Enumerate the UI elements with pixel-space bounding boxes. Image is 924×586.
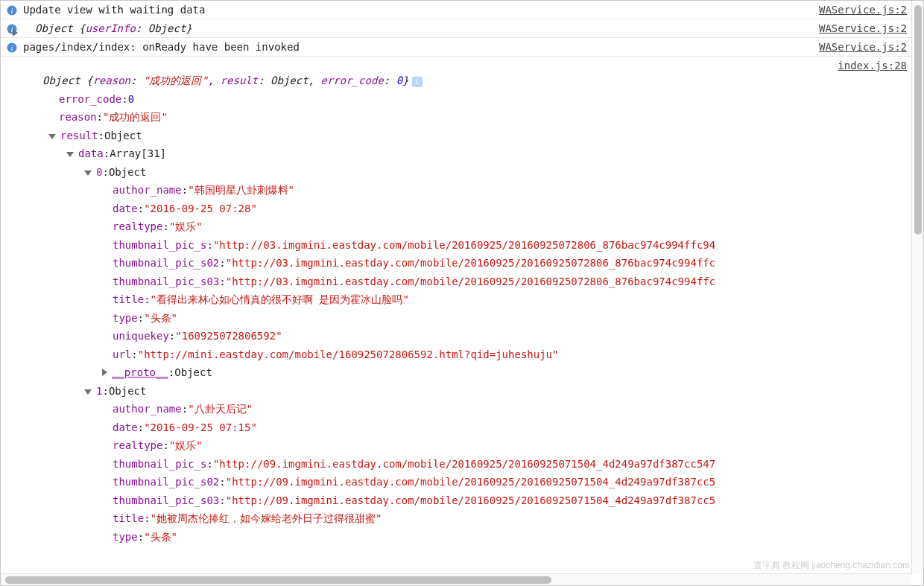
info-badge-icon[interactable]: i: [412, 77, 423, 87]
caret-down-icon[interactable]: [84, 389, 92, 395]
console-log-message: Update view with waiting data: [23, 4, 819, 16]
property-value: "娱乐": [169, 436, 203, 455]
property-value: "http://09.imgmini.eastday.com/mobile/20…: [226, 491, 715, 510]
property-key: thumbnail_pic_s02: [113, 254, 219, 273]
property-value: "娱乐": [169, 217, 203, 236]
property-value: "头条": [144, 528, 177, 547]
object-tree-property[interactable]: author_name: "八卦天后记": [41, 400, 919, 418]
property-value: 0: [128, 90, 134, 109]
console-log-source[interactable]: index.js:28: [838, 60, 919, 71]
object-tree-property[interactable]: title: "看得出来林心如心情真的很不好啊 是因为霍冰山脸吗": [41, 290, 919, 309]
object-tree-property[interactable]: date: "2016-09-25 07:28": [41, 200, 919, 218]
property-key: date: [113, 418, 138, 437]
property-key: title: [113, 290, 144, 309]
property-value: "http://03.imgmini.eastday.com/mobile/20…: [226, 254, 715, 273]
property-key: data: [78, 144, 104, 163]
caret-down-icon[interactable]: [48, 134, 56, 139]
property-key: thumbnail_pic_s03: [113, 273, 219, 291]
object-tree-property[interactable]: error_code: 0: [41, 90, 919, 109]
console-log-source[interactable]: WAService.js:2: [819, 4, 919, 16]
caret-down-icon[interactable]: [84, 171, 92, 176]
object-tree: Object {reason: "成功的返回", result: Object,…: [23, 71, 919, 546]
object-tree-property[interactable]: thumbnail_pic_s02: "http://09.imgmini.ea…: [41, 473, 919, 491]
property-key: type: [113, 309, 138, 328]
property-key: realtype: [113, 217, 162, 236]
console-log-source[interactable]: WAService.js:2: [819, 41, 919, 53]
property-key: __proto__: [112, 363, 168, 382]
property-key: result: [60, 127, 98, 145]
property-value: "2016-09-25 07:28": [144, 200, 257, 218]
object-tree-property[interactable]: title: "她被周杰伦捧红，如今嫁给老外日子过得很甜蜜": [41, 509, 919, 528]
property-value: "http://03.imgmini.eastday.com/mobile/20…: [226, 273, 715, 291]
property-key: type: [113, 528, 138, 547]
property-value: "她被周杰伦捧红，如今嫁给老外日子过得很甜蜜": [151, 509, 382, 528]
property-key: url: [113, 345, 131, 364]
object-tree-property[interactable]: __proto__: Object: [41, 363, 919, 382]
property-value: "2016-09-25 07:15": [144, 418, 257, 437]
console-log-row-expanded[interactable]: index.js:28 Object {reason: "成功的返回", res…: [1, 56, 923, 549]
svg-text:i: i: [10, 6, 13, 15]
object-tree-property[interactable]: data: Array[31]: [41, 144, 919, 163]
property-key: thumbnail_pic_s03: [113, 491, 219, 510]
object-tree-summary[interactable]: Object {reason: "成功的返回", result: Object,…: [41, 71, 919, 90]
caret-down-icon[interactable]: [66, 152, 74, 157]
property-key: thumbnail_pic_s: [113, 236, 206, 255]
object-tree-property[interactable]: 1: Object: [41, 382, 919, 401]
property-value: "成功的返回": [103, 108, 168, 127]
property-key: author_name: [113, 181, 182, 200]
console-scroll-area[interactable]: i Update view with waiting data WAServic…: [1, 1, 923, 573]
property-key: author_name: [113, 400, 182, 418]
info-icon: i: [7, 5, 17, 16]
object-tree-property[interactable]: type: "头条": [41, 528, 919, 547]
property-key: date: [113, 200, 138, 218]
property-value: "看得出来林心如心情真的很不好啊 是因为霍冰山脸吗": [151, 290, 409, 309]
property-value: Object: [109, 382, 147, 401]
property-value: Object: [109, 163, 147, 182]
property-value: "160925072806592": [175, 327, 282, 345]
object-tree-property[interactable]: uniquekey: "160925072806592": [41, 327, 919, 345]
object-tree-property[interactable]: author_name: "韩国明星八卦刺爆料": [41, 181, 919, 200]
property-value: "http://03.imgmini.eastday.com/mobile/20…: [213, 236, 715, 255]
horizontal-scrollbar-thumb[interactable]: [5, 576, 551, 584]
property-key: 1: [96, 382, 102, 401]
object-tree-property[interactable]: thumbnail_pic_s: "http://09.imgmini.east…: [41, 455, 919, 474]
object-tree-property[interactable]: url: "http://mini.eastday.com/mobile/160…: [41, 345, 919, 364]
property-key: uniquekey: [113, 327, 169, 345]
property-key: reason: [59, 108, 97, 127]
console-object-summary: Object {userInfo: Object}: [35, 22, 819, 34]
horizontal-scrollbar[interactable]: [1, 573, 911, 585]
console-log-row[interactable]: i Update view with waiting data WAServic…: [1, 1, 923, 19]
vertical-scrollbar-thumb[interactable]: [914, 5, 922, 235]
object-tree-property[interactable]: reason: "成功的返回": [41, 108, 919, 127]
object-tree-property[interactable]: result: Object: [41, 127, 919, 145]
property-value: Object: [174, 363, 212, 382]
object-tree-property[interactable]: realtype: "娱乐": [41, 217, 919, 236]
object-tree-property[interactable]: thumbnail_pic_s: "http://03.imgmini.east…: [41, 236, 919, 255]
object-tree-property[interactable]: date: "2016-09-25 07:15": [41, 418, 919, 437]
property-key: thumbnail_pic_s02: [113, 473, 219, 491]
object-tree-property[interactable]: type: "头条": [41, 309, 919, 328]
property-key: error_code: [59, 90, 121, 109]
object-tree-property[interactable]: thumbnail_pic_s02: "http://03.imgmini.ea…: [41, 254, 919, 273]
property-key: thumbnail_pic_s: [113, 455, 206, 474]
property-value: Array[31]: [110, 144, 166, 163]
console-log-row[interactable]: i Object {userInfo: Object} WAService.js…: [1, 19, 923, 37]
console-log-source[interactable]: WAService.js:2: [819, 22, 919, 34]
property-value: "http://mini.eastday.com/mobile/16092507…: [138, 345, 559, 364]
console-log-message: pages/index/index: onReady have been inv…: [23, 41, 819, 53]
object-tree-property[interactable]: thumbnail_pic_s03: "http://03.imgmini.ea…: [41, 273, 919, 291]
devtools-console: i Update view with waiting data WAServic…: [0, 0, 924, 586]
property-value: Object: [104, 127, 142, 145]
property-value: "http://09.imgmini.eastday.com/mobile/20…: [213, 455, 715, 474]
object-tree-property[interactable]: realtype: "娱乐": [41, 436, 919, 455]
object-tree-property[interactable]: 0: Object: [41, 163, 919, 182]
console-log-row[interactable]: i pages/index/index: onReady have been i…: [1, 37, 923, 56]
property-value: "韩国明星八卦刺爆料": [188, 181, 294, 200]
property-value: "八卦天后记": [188, 400, 253, 418]
vertical-scrollbar[interactable]: [911, 1, 923, 573]
object-tree-property[interactable]: thumbnail_pic_s03: "http://09.imgmini.ea…: [41, 491, 919, 510]
property-key: realtype: [113, 436, 162, 455]
property-key: 0: [96, 163, 102, 182]
caret-right-icon[interactable]: [102, 369, 107, 376]
property-key: title: [113, 509, 144, 528]
